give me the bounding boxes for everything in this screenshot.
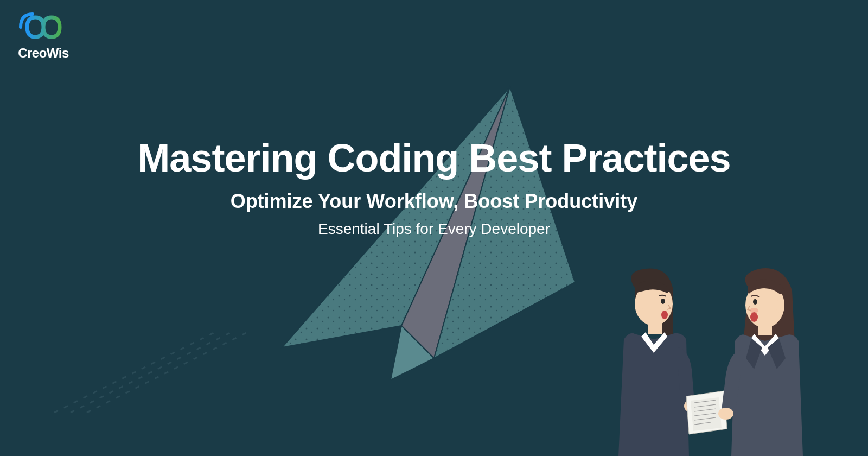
main-content: Mastering Coding Best Practices Optimize…	[0, 136, 868, 238]
svg-point-6	[661, 299, 665, 304]
page-tagline: Essential Tips for Every Developer	[0, 220, 868, 238]
svg-line-1	[71, 331, 233, 413]
svg-point-20	[750, 312, 758, 322]
page-subtitle: Optimize Your Workflow, Boost Productivi…	[0, 190, 868, 213]
svg-point-18	[753, 299, 757, 305]
infinity-loop-icon	[16, 11, 71, 43]
svg-line-0	[54, 331, 217, 413]
svg-point-23	[718, 408, 733, 420]
svg-rect-22	[758, 325, 772, 335]
svg-point-7	[661, 311, 668, 319]
paper-airplane-icon	[228, 76, 608, 402]
two-people-talking-icon	[580, 250, 830, 456]
svg-line-2	[87, 331, 250, 413]
svg-rect-9	[648, 323, 662, 334]
svg-point-21	[776, 300, 784, 313]
brand-logo: CreoWis	[16, 11, 71, 61]
page-title: Mastering Coding Best Practices	[0, 136, 868, 180]
svg-point-8	[635, 299, 643, 312]
brand-name: CreoWis	[18, 46, 69, 61]
